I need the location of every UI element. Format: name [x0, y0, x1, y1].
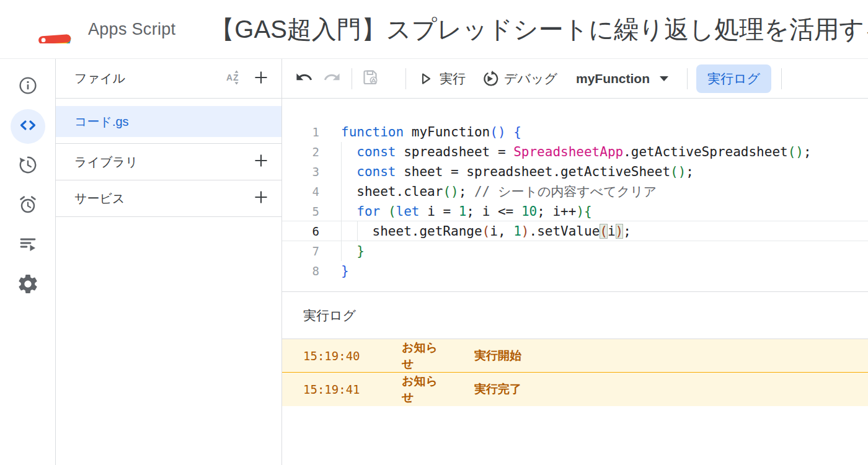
- log-entry-type: お知らせ: [402, 340, 448, 372]
- libraries-label: ライブラリ: [74, 154, 244, 170]
- line-number[interactable]: 4: [282, 182, 319, 202]
- services-section: サービス: [56, 180, 281, 217]
- code-line-text: }: [319, 261, 349, 281]
- line-number[interactable]: 1: [282, 122, 319, 142]
- log-entry-time: 15:19:40: [303, 349, 363, 363]
- settings-gear-icon: [19, 275, 37, 296]
- sort-az-icon: AZ: [226, 69, 244, 88]
- log-entry-time: 15:19:41: [303, 383, 363, 396]
- left-icon-rail: [0, 59, 56, 465]
- line-number[interactable]: 7: [282, 241, 319, 261]
- line-number[interactable]: 8: [282, 261, 319, 281]
- apps-script-logo-icon[interactable]: [35, 12, 74, 46]
- run-button[interactable]: 実行: [418, 70, 466, 87]
- line-number[interactable]: 2: [282, 142, 319, 162]
- editor-nav-button[interactable]: [11, 109, 45, 144]
- undo-icon: [295, 68, 313, 89]
- add-file-button[interactable]: [252, 69, 270, 88]
- services-label: サービス: [74, 190, 244, 207]
- debug-button[interactable]: デバッグ: [482, 70, 557, 87]
- code-line[interactable]: 4 sheet.clear(); // シートの内容すべてクリア: [282, 182, 868, 202]
- code-line-text: const sheet = spreadsheet.getActiveSheet…: [319, 162, 694, 182]
- code-line[interactable]: 1function myFunction() {: [282, 122, 868, 142]
- files-header-label: ファイル: [74, 70, 218, 87]
- debug-icon: [482, 70, 499, 87]
- executions-button[interactable]: [11, 228, 45, 263]
- code-line-text: sheet.clear(); // シートの内容すべてクリア: [319, 182, 657, 202]
- triggers-alarm-icon: [19, 195, 37, 216]
- add-library-plus-icon: [252, 152, 270, 172]
- execution-log-panel: 実行ログ 15:19:40お知らせ実行開始15:19:41お知らせ実行完了: [282, 292, 868, 465]
- undo-button[interactable]: [293, 68, 315, 90]
- file-item-label: コード.gs: [74, 113, 129, 130]
- run-play-icon: [418, 71, 433, 86]
- line-number[interactable]: 6: [282, 221, 319, 241]
- project-history-icon: [19, 156, 37, 177]
- code-line-text: for (let i = 1; i <= 10; i++){: [319, 202, 592, 221]
- svg-text:A: A: [226, 73, 232, 82]
- line-number[interactable]: 5: [282, 202, 319, 221]
- info-icon: [19, 76, 37, 97]
- svg-text:Z: Z: [233, 73, 239, 82]
- project-history-button[interactable]: [11, 149, 45, 184]
- function-selector[interactable]: myFunction: [576, 71, 670, 86]
- log-entry-row: 15:19:41お知らせ実行完了: [282, 373, 868, 406]
- code-line[interactable]: 7 }: [282, 241, 868, 261]
- code-line[interactable]: 8}: [282, 261, 868, 281]
- log-entry-type: お知らせ: [402, 373, 448, 405]
- code-line[interactable]: 3 const sheet = spreadsheet.getActiveShe…: [282, 162, 868, 182]
- app-header: Apps Script 【GAS超入門】スプレッドシートに繰り返し処理を活用する: [0, 0, 868, 59]
- file-item-code-gs[interactable]: コード.gs: [56, 106, 281, 137]
- file-sidebar: ファイル AZ コード.gs ライブラリ: [56, 59, 282, 465]
- code-line-text: }: [319, 241, 365, 261]
- run-button-label: 実行: [440, 70, 466, 87]
- save-button[interactable]: [360, 68, 382, 90]
- chevron-down-icon: [658, 74, 670, 83]
- log-entry-row: 15:19:40お知らせ実行開始: [282, 339, 868, 373]
- code-editor[interactable]: 1function myFunction() {2 const spreadsh…: [282, 99, 868, 292]
- project-settings-button[interactable]: [11, 268, 45, 303]
- debug-button-label: デバッグ: [504, 70, 557, 87]
- execution-log-title: 実行ログ: [282, 292, 868, 339]
- redo-button[interactable]: [321, 68, 343, 90]
- project-title[interactable]: 【GAS超入門】スプレッドシートに繰り返し処理を活用する: [210, 12, 868, 46]
- triggers-button[interactable]: [11, 188, 45, 223]
- brand-wordmark: Apps Script: [88, 20, 175, 39]
- add-service-plus-icon: [252, 188, 270, 208]
- files-header: ファイル AZ: [56, 59, 281, 99]
- add-service-button[interactable]: [252, 189, 270, 208]
- sort-files-button[interactable]: AZ: [226, 69, 244, 88]
- overview-info-button[interactable]: [11, 69, 45, 104]
- execution-log-toggle[interactable]: 実行ログ: [696, 64, 771, 93]
- line-number[interactable]: 3: [282, 162, 319, 182]
- code-line[interactable]: 5 for (let i = 1; i <= 10; i++){: [282, 202, 868, 221]
- code-line[interactable]: 6 sheet.getRange(i, 1).setValue(i);: [282, 221, 868, 241]
- code-line[interactable]: 2 const spreadsheet = SpreadsheetApp.get…: [282, 142, 868, 162]
- code-line-text: const spreadsheet = SpreadsheetApp.getAc…: [319, 142, 812, 162]
- add-file-plus-icon: [252, 69, 270, 89]
- log-entry-message: 実行完了: [474, 381, 521, 397]
- executions-list-icon: [19, 235, 37, 256]
- code-line-text: function myFunction() {: [319, 122, 521, 142]
- editor-toolbar: 実行 デバッグ myFunction 実行ログ: [282, 59, 868, 99]
- redo-icon: [323, 68, 341, 89]
- add-library-button[interactable]: [252, 153, 270, 171]
- code-editor-icon: [19, 116, 37, 137]
- log-entry-message: 実行開始: [474, 348, 521, 364]
- libraries-section: ライブラリ: [56, 144, 281, 180]
- code-line-text: sheet.getRange(i, 1).setValue(i);: [319, 221, 631, 241]
- function-selector-value: myFunction: [576, 71, 650, 86]
- save-icon: [361, 68, 380, 89]
